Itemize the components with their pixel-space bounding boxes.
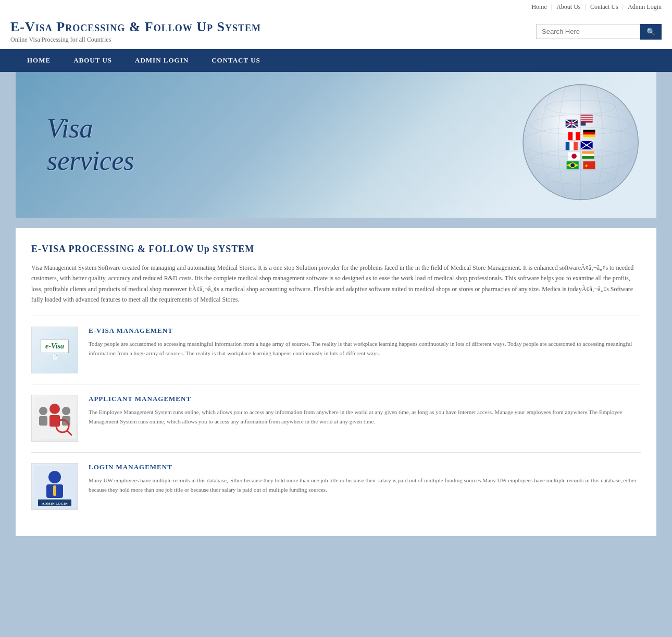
svg-rect-33	[582, 154, 594, 156]
evisa-icon: e-Visa 📄	[31, 327, 78, 373]
login-content: LOGIN MANAGEMENT Many UW employees have …	[89, 463, 641, 495]
nav-bar: HOME ABOUT US ADMIN LOGIN CONTACT US	[0, 49, 672, 72]
evisa-text: Today people are accustomed to accessing…	[89, 339, 641, 358]
svg-point-46	[62, 407, 70, 415]
svg-rect-45	[39, 416, 47, 426]
topbar-sep2: |	[585, 3, 586, 11]
topbar-admin[interactable]: Admin Login	[628, 3, 662, 11]
svg-text:ADMIN LOGIN: ADMIN LOGIN	[42, 502, 68, 506]
applicant-icon	[31, 395, 78, 442]
topbar-about[interactable]: About Us	[556, 3, 580, 11]
search-box: 🔍	[536, 24, 662, 40]
feature-login: ADMIN LOGIN LOGIN MANAGEMENT Many UW emp…	[31, 452, 641, 520]
svg-rect-32	[582, 151, 594, 154]
svg-point-31	[571, 154, 577, 159]
nav-admin[interactable]: ADMIN LOGIN	[123, 49, 200, 72]
feature-applicant: APPLICANT MANAGEMENT The Employee Manage…	[31, 384, 641, 452]
topbar-home[interactable]: Home	[531, 3, 546, 11]
main-content: E-VISA PROCESSING & FOLLOW Up SYSTEM Vis…	[16, 228, 656, 536]
svg-point-42	[49, 404, 60, 414]
svg-point-37	[570, 163, 575, 167]
svg-point-44	[39, 407, 47, 415]
top-bar: Home | About Us | Contact Us | Admin Log…	[0, 0, 672, 14]
main-heading: E-VISA PROCESSING & FOLLOW Up SYSTEM	[31, 244, 641, 255]
header: E-Visa Processing & Follow Up System Onl…	[0, 14, 672, 49]
login-icon-container: ADMIN LOGIN	[31, 463, 78, 510]
svg-rect-15	[581, 116, 593, 117]
svg-point-51	[48, 471, 61, 483]
hero-globe: ★	[511, 77, 646, 213]
svg-rect-21	[583, 130, 595, 132]
intro-text: Visa Management System Software created …	[31, 263, 641, 305]
login-title: LOGIN MANAGEMENT	[89, 463, 641, 471]
search-button[interactable]: 🔍	[640, 24, 662, 40]
applicant-content: APPLICANT MANAGEMENT The Employee Manage…	[89, 395, 641, 427]
topbar-sep1: |	[551, 3, 552, 11]
search-input[interactable]	[536, 24, 640, 39]
svg-text:★: ★	[584, 164, 588, 168]
hero-banner: Visa services	[16, 72, 656, 218]
svg-rect-53	[53, 485, 56, 496]
applicant-text: The Employee Management System runs onli…	[89, 407, 641, 427]
applicant-title: APPLICANT MANAGEMENT	[89, 395, 641, 403]
svg-rect-25	[569, 142, 574, 150]
topbar-contact[interactable]: Contact Us	[590, 3, 618, 11]
svg-rect-22	[583, 132, 595, 135]
hero-heading: Visa services	[47, 113, 134, 178]
site-subtitle: Online Visa Processing for all Countries	[10, 36, 261, 44]
evisa-icon-label: 📄	[52, 355, 58, 360]
svg-rect-24	[566, 142, 570, 150]
svg-rect-23	[583, 135, 595, 138]
svg-rect-16	[581, 118, 593, 119]
site-title: E-Visa Processing & Follow Up System	[10, 19, 261, 35]
evisa-content: E-VISA MANAGEMENT Today people are accus…	[89, 327, 641, 358]
svg-rect-20	[573, 132, 576, 140]
login-text: Many UW employees have multiple records …	[89, 476, 641, 495]
nav-about[interactable]: ABOUT US	[62, 49, 123, 72]
evisa-card-label: e-Visa	[41, 340, 69, 353]
svg-rect-26	[574, 142, 578, 150]
nav-contact[interactable]: CONTACT US	[200, 49, 272, 72]
feature-evisa: e-Visa 📄 E-VISA MANAGEMENT Today people …	[31, 316, 641, 384]
svg-rect-34	[582, 156, 594, 159]
hero-text: Visa services	[16, 92, 165, 198]
site-branding: E-Visa Processing & Follow Up System Onl…	[10, 19, 261, 44]
svg-rect-17	[581, 120, 593, 121]
svg-rect-18	[581, 122, 586, 126]
nav-home[interactable]: HOME	[16, 49, 62, 72]
topbar-sep3: |	[623, 3, 624, 11]
evisa-title: E-VISA MANAGEMENT	[89, 327, 641, 335]
